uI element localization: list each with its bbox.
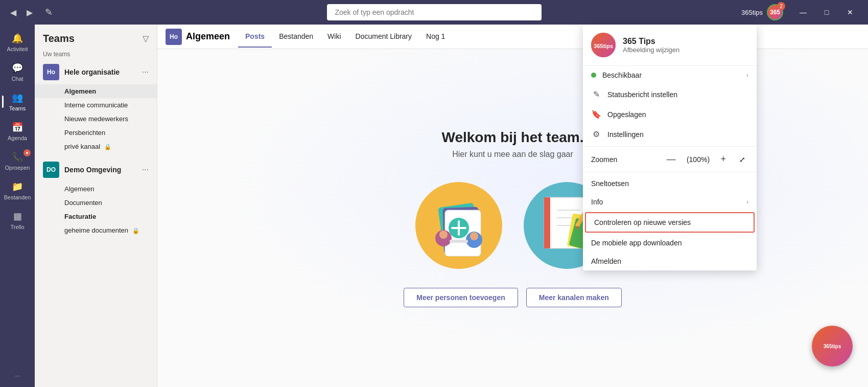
menu-item-afmelden[interactable]: Afmelden bbox=[583, 252, 757, 270]
menu-item-sneltoetsen[interactable]: Sneltoetsen bbox=[583, 174, 757, 193]
sidebar-item-label: Bestanden bbox=[4, 194, 31, 200]
zoom-minus-button[interactable]: — bbox=[662, 153, 679, 166]
tab-document-library[interactable]: Document Library bbox=[348, 26, 419, 48]
dropdown-header: 365tips 365 Tips Afbeelding wijzigen bbox=[583, 25, 757, 66]
svg-rect-14 bbox=[544, 197, 550, 248]
menu-label-info: Info bbox=[591, 198, 740, 206]
forward-button[interactable]: ▶ bbox=[22, 6, 37, 19]
call-badge: ● bbox=[24, 149, 31, 156]
chevron-right-icon-2: › bbox=[746, 198, 748, 206]
menu-label-instellingen: Instellingen bbox=[607, 130, 748, 139]
notification-badge: 2 bbox=[777, 2, 785, 10]
menu-item-opgeslagen[interactable]: 🔖 Opgeslagen bbox=[583, 104, 757, 124]
sidebar-item-label: Activiteit bbox=[7, 46, 28, 52]
tab-wiki[interactable]: Wiki bbox=[320, 26, 348, 48]
compose-button[interactable]: ✎ bbox=[41, 5, 57, 20]
phone-icon: 📞 bbox=[12, 151, 23, 163]
menu-item-beschikbaar[interactable]: Beschikbaar › bbox=[583, 66, 757, 84]
sidebar-item-trello[interactable]: ▦ Trello bbox=[2, 207, 33, 234]
dropdown-user-sub[interactable]: Afbeelding wijzigen bbox=[623, 46, 679, 54]
team-item-hele-organisatie[interactable]: Ho Hele organisatie ··· bbox=[35, 60, 157, 84]
sidebar-item-label: Oproepen bbox=[5, 165, 30, 171]
close-button[interactable]: ✕ bbox=[838, 4, 862, 20]
sidebar-item-oproepen[interactable]: 📞 ● Oproepen bbox=[2, 147, 33, 175]
titlebar-right: 365tips 365 2 — □ ✕ bbox=[741, 4, 862, 20]
user-avatar-area[interactable]: 365 2 bbox=[767, 4, 783, 20]
sidebar-item-activiteit[interactable]: 🔔 Activiteit bbox=[2, 29, 33, 56]
menu-label-beschikbaar: Beschikbaar bbox=[602, 71, 740, 79]
zoom-expand-icon[interactable]: ⤢ bbox=[736, 154, 748, 165]
people-illustration bbox=[413, 179, 505, 271]
filter-button[interactable]: ▽ bbox=[143, 34, 149, 43]
menu-item-info[interactable]: Info › bbox=[583, 193, 757, 211]
lock-icon-2: 🔒 bbox=[132, 227, 139, 234]
menu-item-instellingen[interactable]: ⚙ Instellingen bbox=[583, 124, 757, 144]
teams-icon: 👥 bbox=[12, 92, 23, 103]
search-input[interactable] bbox=[327, 4, 542, 20]
zoom-plus-button[interactable]: + bbox=[716, 153, 730, 166]
sidebar-item-chat[interactable]: 💬 Chat bbox=[2, 58, 33, 86]
sidebar-item-teams[interactable]: 👥 Teams bbox=[2, 88, 33, 116]
bookmark-icon: 🔖 bbox=[591, 109, 601, 119]
back-button[interactable]: ◀ bbox=[6, 6, 20, 19]
sidebar-item-label: Teams bbox=[9, 105, 26, 111]
maximize-button[interactable]: □ bbox=[815, 4, 838, 20]
avatar-icon: 365tips bbox=[591, 33, 616, 57]
menu-label-afmelden: Afmelden bbox=[591, 257, 748, 265]
channel-facturatie[interactable]: Facturatie bbox=[35, 210, 157, 223]
make-channels-button[interactable]: Meer kanalen maken bbox=[526, 288, 622, 307]
sidebar-item-label: Chat bbox=[11, 76, 23, 82]
brand-label: 365tips bbox=[824, 344, 841, 349]
teams-header: Teams ▽ bbox=[35, 25, 157, 49]
settings-icon: ⚙ bbox=[591, 129, 601, 139]
bell-icon: 🔔 bbox=[12, 33, 23, 44]
team-menu-do[interactable]: ··· bbox=[142, 165, 149, 174]
main-layout: 🔔 Activiteit 💬 Chat 👥 Teams 📅 Agenda 📞 ●… bbox=[0, 25, 868, 387]
channel-algemeen-do[interactable]: Algemeen bbox=[35, 182, 157, 196]
team-name-do: Demo Omgeving bbox=[64, 166, 121, 174]
sidebar-item-agenda[interactable]: 📅 Agenda bbox=[2, 118, 33, 145]
zoom-label: Zoomen bbox=[591, 155, 656, 164]
channel-prive-kanaal[interactable]: privé kanaal 🔒 bbox=[35, 140, 157, 153]
sidebar-item-label: Agenda bbox=[8, 135, 27, 141]
brand-badge: 365tips bbox=[812, 326, 853, 367]
more-icon: ··· bbox=[15, 373, 19, 379]
menu-divider-2 bbox=[583, 172, 757, 172]
svg-point-8 bbox=[439, 231, 448, 239]
chevron-right-icon: › bbox=[746, 72, 748, 79]
zoom-row: Zoomen — (100%) + ⤢ bbox=[583, 149, 757, 170]
channel-name: Algemeen bbox=[186, 31, 230, 42]
channel-algemeen-ho[interactable]: Algemeen bbox=[35, 84, 157, 98]
team-avatar-do: DO bbox=[43, 162, 59, 178]
team-menu-ho[interactable]: ··· bbox=[142, 67, 149, 77]
menu-label-mobiel: De mobiele app downloaden bbox=[591, 239, 748, 247]
tab-posts[interactable]: Posts bbox=[238, 26, 272, 48]
welcome-buttons: Meer personen toevoegen Meer kanalen mak… bbox=[404, 288, 621, 307]
channel-nieuwe-medewerkers[interactable]: Nieuwe medewerkers bbox=[35, 112, 157, 126]
sidebar-item-bestanden[interactable]: 📁 Bestanden bbox=[2, 177, 33, 204]
channel-documenten[interactable]: Documenten bbox=[35, 196, 157, 210]
nav-sidebar: 🔔 Activiteit 💬 Chat 👥 Teams 📅 Agenda 📞 ●… bbox=[0, 25, 35, 387]
menu-item-statusbericht[interactable]: ✎ Statusbericht instellen bbox=[583, 84, 757, 104]
dropdown-menu: 365tips 365 Tips Afbeelding wijzigen Bes… bbox=[583, 25, 757, 270]
menu-label-opgeslagen: Opgeslagen bbox=[607, 110, 748, 119]
tab-bestanden[interactable]: Bestanden bbox=[272, 26, 320, 48]
channel-badge: Ho bbox=[166, 29, 182, 45]
sidebar-more[interactable]: ··· bbox=[2, 369, 33, 383]
channel-interne-communicatie[interactable]: Interne communicatie bbox=[35, 98, 157, 112]
menu-label-statusbericht: Statusbericht instellen bbox=[607, 90, 748, 99]
channel-persberichten[interactable]: Persberichten bbox=[35, 126, 157, 140]
add-people-button[interactable]: Meer personen toevoegen bbox=[404, 288, 518, 307]
menu-item-mobiel[interactable]: De mobiele app downloaden bbox=[583, 234, 757, 252]
menu-divider-1 bbox=[583, 146, 757, 147]
chat-icon: 💬 bbox=[12, 62, 23, 74]
menu-item-controleren[interactable]: Controleren op nieuwe versies bbox=[585, 212, 755, 233]
svg-point-10 bbox=[470, 232, 478, 240]
minimize-button[interactable]: — bbox=[791, 4, 815, 20]
titlebar: ◀ ▶ ✎ 365tips 365 2 — □ ✕ bbox=[0, 0, 868, 25]
channel-geheime-documenten[interactable]: geheime documenten 🔒 bbox=[35, 223, 157, 237]
dropdown-avatar: 365tips bbox=[591, 33, 616, 57]
team-item-demo-omgeving[interactable]: DO Demo Omgeving ··· bbox=[35, 157, 157, 182]
tab-nog1[interactable]: Nog 1 bbox=[419, 26, 452, 48]
dropdown-user-name: 365 Tips bbox=[623, 37, 679, 46]
